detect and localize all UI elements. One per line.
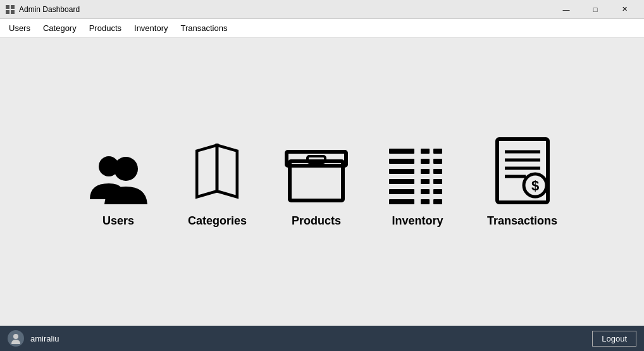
svg-rect-15 (389, 199, 414, 204)
svg-rect-23 (433, 159, 442, 164)
menu-item-transactions[interactable]: Transactions (175, 21, 234, 35)
inventory-icon (386, 142, 449, 206)
svg-rect-21 (421, 199, 430, 204)
svg-rect-16 (421, 149, 430, 154)
svg-rect-24 (433, 169, 442, 174)
logout-button[interactable]: Logout (592, 331, 636, 347)
main-content: Users Categories (0, 38, 644, 326)
svg-rect-25 (433, 179, 442, 184)
transactions-label: Transactions (487, 214, 557, 228)
users-label: Users (102, 214, 134, 228)
svg-rect-14 (389, 189, 414, 194)
svg-rect-11 (389, 159, 414, 164)
username-label: amiraliu (30, 334, 59, 343)
categories-label: Categories (188, 214, 247, 228)
products-icon (285, 142, 348, 206)
avatar-icon (10, 333, 22, 344)
menu-item-users[interactable]: Users (3, 21, 37, 35)
window-title: Admin Dashboard (19, 5, 80, 14)
minimize-button[interactable]: — (552, 0, 581, 19)
svg-rect-27 (433, 199, 442, 204)
status-bar: amiraliu Logout (0, 326, 644, 351)
categories-icon (189, 142, 245, 206)
svg-rect-12 (389, 169, 414, 174)
dashboard-item-categories[interactable]: Categories (188, 142, 247, 228)
svg-rect-26 (433, 189, 442, 194)
svg-rect-19 (421, 179, 430, 184)
svg-rect-20 (421, 189, 430, 194)
svg-text:$: $ (531, 178, 538, 194)
dashboard-item-products[interactable]: Products (285, 142, 348, 228)
svg-rect-13 (389, 179, 414, 184)
transactions-icon: $ (491, 136, 554, 206)
user-info: amiraliu (8, 330, 59, 347)
svg-rect-22 (433, 149, 442, 154)
svg-point-5 (114, 157, 138, 181)
svg-rect-2 (6, 10, 9, 14)
dashboard-item-users[interactable]: Users (87, 149, 150, 228)
window-controls: — □ ✕ (552, 0, 639, 19)
icon-grid: Users Categories (87, 136, 557, 228)
menu-item-category[interactable]: Category (37, 21, 83, 35)
user-avatar (8, 330, 24, 347)
dashboard-item-inventory[interactable]: Inventory (386, 142, 449, 228)
svg-rect-18 (421, 169, 430, 174)
close-button[interactable]: ✕ (610, 0, 639, 19)
svg-rect-17 (421, 159, 430, 164)
products-label: Products (292, 214, 341, 228)
users-icon (87, 149, 150, 206)
svg-rect-3 (11, 10, 15, 14)
menu-item-inventory[interactable]: Inventory (128, 21, 174, 35)
title-bar-left: Admin Dashboard (5, 4, 80, 15)
menu-bar: Users Category Products Inventory Transa… (0, 19, 644, 38)
svg-rect-10 (389, 149, 414, 154)
dashboard-item-transactions[interactable]: $ Transactions (487, 136, 557, 228)
title-bar: Admin Dashboard — □ ✕ (0, 0, 644, 19)
svg-rect-28 (497, 139, 548, 202)
svg-rect-1 (11, 5, 15, 9)
svg-point-35 (13, 334, 18, 339)
svg-rect-0 (6, 5, 9, 9)
maximize-button[interactable]: □ (581, 0, 610, 19)
app-icon (5, 4, 15, 15)
inventory-label: Inventory (392, 214, 443, 228)
menu-item-products[interactable]: Products (83, 21, 128, 35)
